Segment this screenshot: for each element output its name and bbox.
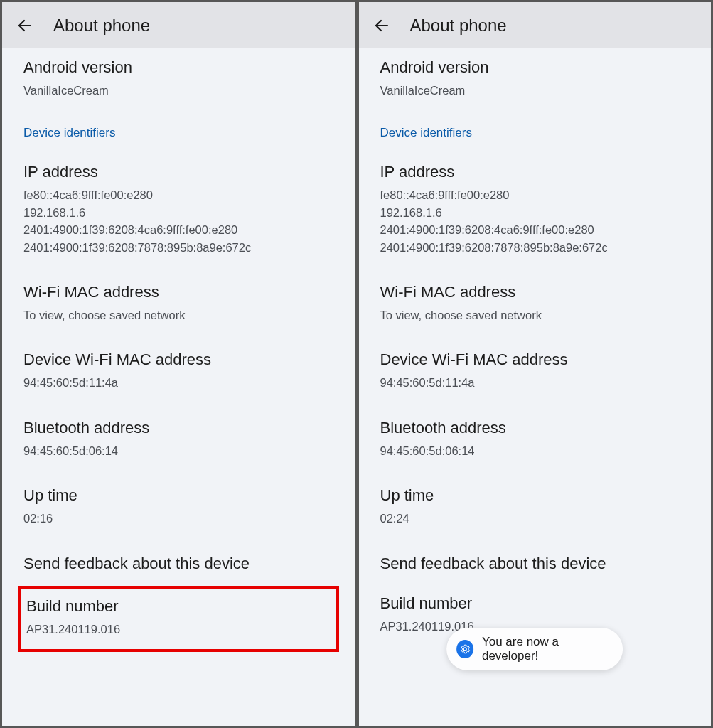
device-wifi-mac-label: Device Wi-Fi MAC address [23, 350, 333, 369]
android-version-item[interactable]: Android version VanillaIceCream [380, 58, 690, 99]
bluetooth-value: 94:45:60:5d:06:14 [380, 442, 690, 459]
device-wifi-mac-label: Device Wi-Fi MAC address [380, 350, 690, 369]
ip-address-label: IP address [380, 163, 690, 181]
bluetooth-label: Bluetooth address [380, 419, 690, 437]
build-number-value: AP31.240119.016 [26, 621, 331, 638]
ip-address-item[interactable]: IP address fe80::4ca6:9fff:fe00:e280 192… [380, 163, 690, 256]
left-panel: About phone Android version VanillaIceCr… [0, 0, 357, 728]
right-panel: About phone Android version VanillaIceCr… [357, 0, 714, 728]
page-title: About phone [410, 16, 507, 36]
header: About phone [359, 2, 712, 48]
device-wifi-mac-item[interactable]: Device Wi-Fi MAC address 94:45:60:5d:11:… [380, 350, 690, 391]
send-feedback-item[interactable]: Send feedback about this device [23, 555, 333, 573]
bluetooth-item[interactable]: Bluetooth address 94:45:60:5d:06:14 [380, 419, 690, 459]
content[interactable]: Android version VanillaIceCream Device i… [2, 48, 355, 726]
build-number-label: Build number [380, 594, 690, 613]
toast-text: You are now a developer! [482, 635, 606, 663]
bluetooth-label: Bluetooth address [23, 419, 333, 437]
android-version-value: VanillaIceCream [380, 82, 690, 99]
uptime-item[interactable]: Up time 02:16 [23, 486, 333, 527]
back-arrow-icon[interactable] [373, 17, 390, 34]
ip-address-value: fe80::4ca6:9fff:fe00:e280 192.168.1.6 24… [23, 186, 333, 256]
wifi-mac-label: Wi-Fi MAC address [23, 283, 333, 301]
uptime-item[interactable]: Up time 02:24 [380, 486, 690, 527]
ip-address-value: fe80::4ca6:9fff:fe00:e280 192.168.1.6 24… [380, 186, 690, 256]
wifi-mac-value: To view, choose saved network [380, 306, 690, 323]
ip-address-label: IP address [23, 163, 333, 181]
android-version-label: Android version [380, 58, 690, 77]
back-arrow-icon[interactable] [16, 17, 33, 34]
uptime-value: 02:24 [380, 510, 690, 527]
bluetooth-value: 94:45:60:5d:06:14 [23, 442, 333, 459]
content[interactable]: Android version VanillaIceCream Device i… [359, 48, 712, 726]
build-number-item[interactable]: Build number AP31.240119.016 [18, 586, 339, 652]
device-wifi-mac-value: 94:45:60:5d:11:4a [380, 374, 690, 391]
gear-icon [456, 640, 473, 658]
build-number-label: Build number [26, 597, 331, 616]
android-version-item[interactable]: Android version VanillaIceCream [23, 58, 333, 99]
page-title: About phone [53, 16, 150, 36]
android-version-label: Android version [23, 58, 333, 77]
device-wifi-mac-value: 94:45:60:5d:11:4a [23, 374, 333, 391]
uptime-label: Up time [380, 486, 690, 505]
wifi-mac-label: Wi-Fi MAC address [380, 283, 690, 301]
bluetooth-item[interactable]: Bluetooth address 94:45:60:5d:06:14 [23, 419, 333, 459]
send-feedback-item[interactable]: Send feedback about this device [380, 555, 690, 573]
wifi-mac-item[interactable]: Wi-Fi MAC address To view, choose saved … [380, 283, 690, 323]
wifi-mac-value: To view, choose saved network [23, 306, 333, 323]
uptime-value: 02:16 [23, 510, 333, 527]
header: About phone [2, 2, 355, 48]
android-version-value: VanillaIceCream [23, 82, 333, 99]
device-identifiers-header: Device identifiers [23, 126, 333, 140]
uptime-label: Up time [23, 486, 333, 505]
developer-toast: You are now a developer! [446, 628, 623, 670]
device-identifiers-header: Device identifiers [380, 126, 690, 140]
ip-address-item[interactable]: IP address fe80::4ca6:9fff:fe00:e280 192… [23, 163, 333, 256]
device-wifi-mac-item[interactable]: Device Wi-Fi MAC address 94:45:60:5d:11:… [23, 350, 333, 391]
wifi-mac-item[interactable]: Wi-Fi MAC address To view, choose saved … [23, 283, 333, 323]
